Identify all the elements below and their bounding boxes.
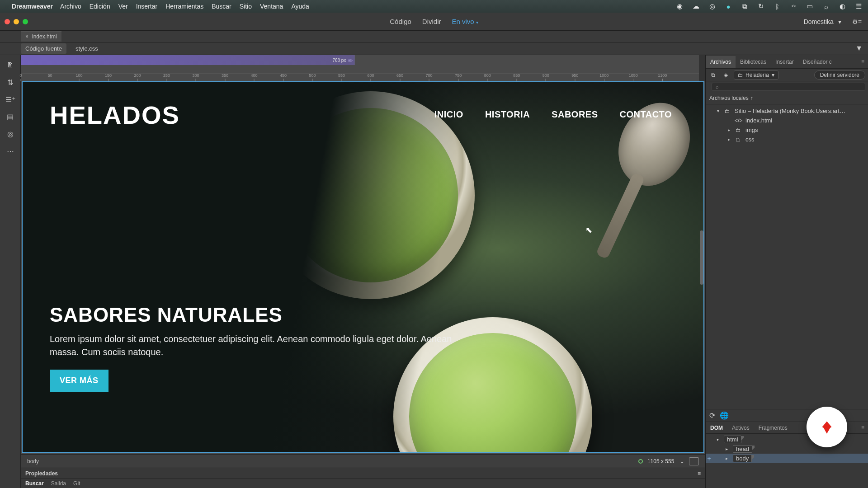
panel-menu-icon[interactable]: ≡: [698, 470, 701, 477]
disclosure-icon[interactable]: ▸: [726, 456, 730, 461]
site-select[interactable]: 🗀 Heladería ▾: [734, 70, 778, 80]
dom-node-body[interactable]: ＋ ▸ body: [706, 454, 868, 463]
nav-inicio[interactable]: INICIO: [434, 109, 463, 120]
settings-icon[interactable]: ⚙≡: [852, 18, 862, 25]
status-ok-icon[interactable]: [638, 459, 643, 464]
breakpoint-768[interactable]: 768 px»»»: [21, 55, 354, 65]
tab-activos[interactable]: Activos: [727, 423, 754, 433]
close-tab-icon[interactable]: ×: [25, 33, 28, 40]
tab-dom[interactable]: DOM: [706, 423, 727, 433]
menu-ventana[interactable]: Ventana: [260, 3, 283, 10]
display-icon[interactable]: ⧉: [741, 2, 749, 10]
tab-archivos[interactable]: Archivos: [706, 56, 736, 68]
target-icon[interactable]: ◎: [5, 128, 16, 139]
menu-buscar[interactable]: Buscar: [212, 3, 231, 10]
menu-sitio[interactable]: Sitio: [240, 3, 252, 10]
nav-sabores[interactable]: SABORES: [552, 109, 598, 120]
tree-file-index[interactable]: </> index.html: [706, 116, 868, 125]
manage-icon[interactable]: ☰⁺: [5, 94, 16, 105]
disclosure-icon[interactable]: ▸: [726, 127, 731, 132]
tab-css-designer[interactable]: Diseñador c: [798, 56, 836, 68]
tree-folder-css[interactable]: ▸ 🗀 css: [706, 135, 868, 144]
tab-insertar[interactable]: Insertar: [771, 56, 798, 68]
sync-icon[interactable]: ◈: [721, 70, 730, 80]
files-search-input[interactable]: [712, 83, 865, 91]
siri-icon[interactable]: ◐: [838, 2, 846, 10]
menu-archivo[interactable]: Archivo: [60, 3, 81, 10]
properties-panel-header[interactable]: Propiedades ≡: [21, 468, 705, 479]
panels-icon[interactable]: ▤: [5, 111, 16, 122]
timemachine-icon[interactable]: ↻: [757, 2, 765, 10]
device-preview-icon[interactable]: [689, 457, 699, 465]
source-tab-main[interactable]: Código fuente: [21, 43, 66, 54]
domestika-badge[interactable]: [807, 407, 847, 447]
document-tabs: × index.html: [0, 31, 868, 42]
disclosure-icon[interactable]: ▾: [717, 437, 721, 442]
panel-menu-icon[interactable]: ≡: [858, 425, 868, 431]
ruler-tick: 650: [396, 73, 403, 81]
folder-icon: 🗀: [738, 72, 743, 78]
battery-icon[interactable]: ▭: [806, 2, 814, 10]
app-circle-icon[interactable]: ●: [724, 2, 732, 10]
minimize-button[interactable]: [14, 19, 19, 24]
nav-historia[interactable]: HISTORIA: [485, 109, 530, 120]
tag-path[interactable]: body: [27, 458, 39, 465]
spotlight-icon[interactable]: ⌕: [822, 2, 830, 10]
view-split[interactable]: Dividir: [422, 18, 441, 25]
menu-edicion[interactable]: Edición: [90, 3, 110, 10]
zoom-button[interactable]: [23, 19, 28, 24]
bluetooth-icon[interactable]: ᛒ: [773, 2, 781, 10]
tree-site-root[interactable]: ▾ 🗀 Sitio – Heladería (Monky Book:Users:…: [706, 106, 868, 116]
viewport-dims[interactable]: 1105 x 555 ⌄: [647, 458, 684, 465]
output-tabs: Buscar Salida Git: [21, 479, 705, 488]
menu-extras-icon[interactable]: ☰: [854, 2, 863, 10]
define-server-button[interactable]: Definir servidore: [814, 70, 865, 80]
chevron-down-icon: ▾: [476, 20, 478, 25]
file-icon[interactable]: 🗎: [5, 60, 16, 70]
document-tab[interactable]: × index.html: [21, 31, 61, 42]
close-button[interactable]: [5, 19, 10, 24]
source-tab-css[interactable]: style.css: [75, 45, 98, 52]
disclosure-icon[interactable]: ▾: [716, 108, 720, 113]
disclosure-icon[interactable]: ▸: [726, 137, 731, 142]
app-window: Código Dividir En vivo▾ Domestika ▾ ⚙≡ ×…: [0, 13, 868, 488]
menu-insertar[interactable]: Insertar: [136, 3, 157, 10]
dom-tag: body: [733, 455, 752, 462]
output-tab-buscar[interactable]: Buscar: [25, 480, 44, 487]
view-live[interactable]: En vivo▾: [452, 18, 478, 25]
hero-cta-button[interactable]: VER MÁS: [50, 370, 108, 392]
ruler-tick: 150: [105, 73, 112, 81]
ruler-tick: 850: [513, 73, 520, 81]
tab-bibliotecas[interactable]: Bibliotecas: [736, 56, 771, 68]
output-tab-salida[interactable]: Salida: [51, 480, 66, 487]
viewport-scrubber[interactable]: [699, 55, 705, 81]
view-code[interactable]: Código: [390, 18, 411, 25]
menu-ver[interactable]: Ver: [118, 3, 128, 10]
refresh-icon[interactable]: ⟳: [709, 411, 715, 420]
updown-icon[interactable]: ⇅: [5, 77, 16, 88]
wifi-icon[interactable]: ⌔: [789, 2, 797, 10]
ftp-icon[interactable]: ⧉: [708, 70, 717, 80]
panel-menu-icon[interactable]: ≡: [858, 59, 868, 65]
workspace-selector[interactable]: Domestika ▾ ⚙≡: [804, 18, 862, 25]
canvas-scrollbar[interactable]: [700, 230, 703, 285]
cc-icon[interactable]: ◎: [708, 2, 716, 10]
globe-icon[interactable]: 🌐: [720, 411, 729, 420]
filter-icon[interactable]: ▼: [855, 44, 863, 52]
tree-folder-imgs[interactable]: ▸ 🗀 imgs: [706, 125, 868, 135]
disclosure-icon[interactable]: ▸: [726, 446, 730, 451]
tab-fragmentos[interactable]: Fragmentos: [754, 423, 792, 433]
live-canvas[interactable]: HELADOS INICIO HISTORIA SABORES CONTACTO…: [22, 81, 704, 453]
dom-node-head[interactable]: ▸ head: [706, 444, 868, 454]
more-icon[interactable]: ⋯: [5, 145, 16, 156]
menu-herramientas[interactable]: Herramientas: [165, 3, 203, 10]
app-name[interactable]: Dreamweaver: [12, 3, 53, 10]
menu-ayuda[interactable]: Ayuda: [291, 3, 309, 10]
output-tab-git[interactable]: Git: [73, 480, 80, 487]
record-icon[interactable]: ◉: [675, 2, 684, 10]
cloud-icon[interactable]: ☁: [692, 2, 700, 10]
add-node-icon[interactable]: ＋: [705, 455, 713, 463]
local-files-header[interactable]: Archivos locales↑: [706, 92, 868, 104]
nav-contacto[interactable]: CONTACTO: [620, 109, 672, 120]
ruler[interactable]: 0501001502002503003504004505005506006507…: [21, 73, 705, 81]
